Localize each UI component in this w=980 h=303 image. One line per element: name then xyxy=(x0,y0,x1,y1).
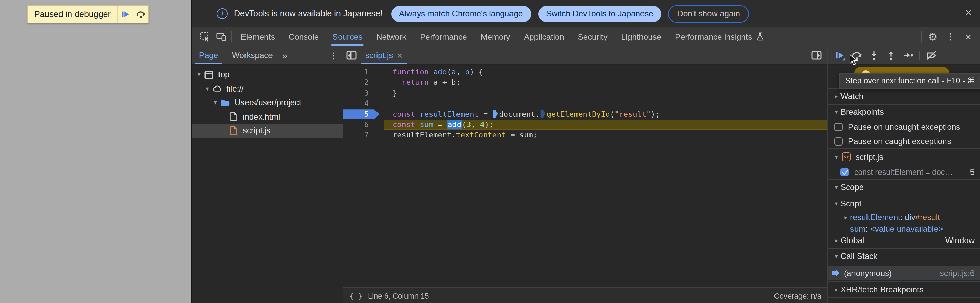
step-out-icon[interactable] xyxy=(882,48,899,63)
tab-application[interactable]: Application xyxy=(517,27,571,46)
pause-uncaught-exceptions-row[interactable]: Pause on uncaught exceptions xyxy=(828,120,980,134)
code-line-1: 1function add(a, b) { xyxy=(343,67,827,78)
code-line-text[interactable] xyxy=(383,98,827,109)
code-token: const xyxy=(393,120,415,129)
code-editor[interactable]: 1function add(a, b) {2 return a + b;3}45… xyxy=(343,65,827,287)
line-gutter[interactable]: 6 xyxy=(343,119,383,130)
line-number[interactable]: 2 xyxy=(364,78,383,88)
navigator-tab-workspace[interactable]: Workspace xyxy=(225,46,280,64)
tab-sources[interactable]: Sources xyxy=(326,27,369,46)
tab-performance[interactable]: Performance xyxy=(413,27,474,46)
tab-close-icon[interactable]: × xyxy=(397,50,402,61)
more-kebab-icon[interactable]: ⋮ xyxy=(942,27,959,46)
code-line-text[interactable]: const sum = add(3, 4); xyxy=(383,119,827,130)
line-number[interactable]: 6 xyxy=(364,119,383,130)
tree-item-file[interactable]: ▾file:// xyxy=(192,82,343,96)
variable-value: <value unavailable> xyxy=(870,224,943,233)
tree-item-script-js[interactable]: script.js xyxy=(192,124,343,138)
scope-section-header[interactable]: ▾ Scope xyxy=(828,179,980,195)
expand-arrow-icon[interactable]: ▾ xyxy=(211,99,220,106)
code-token: , xyxy=(471,120,480,129)
always-match-chrome-s-language-button[interactable]: Always match Chrome's language xyxy=(391,6,531,22)
overlay-resume-button[interactable] xyxy=(117,6,133,22)
code-line-text[interactable]: return a + b; xyxy=(383,78,827,88)
settings-gear-icon[interactable]: ⚙ xyxy=(924,27,942,46)
line-gutter[interactable]: 2 xyxy=(343,78,383,88)
code-line-text[interactable]: function add(a, b) { xyxy=(383,67,827,78)
variable-name: sum xyxy=(850,224,865,233)
tab-network[interactable]: Network xyxy=(369,27,413,46)
expand-arrow-icon: ▾ xyxy=(832,253,840,260)
inline-breakpoint-marker-active-icon[interactable] xyxy=(493,110,498,117)
switch-devtools-to-japanese-button[interactable]: Switch DevTools to Japanese xyxy=(538,6,662,22)
show-debugger-sidebar-icon[interactable] xyxy=(808,46,825,64)
line-number[interactable]: 1 xyxy=(364,67,383,78)
devtools-close-icon[interactable]: × xyxy=(959,27,977,46)
step-icon[interactable] xyxy=(899,48,916,63)
cloud-icon xyxy=(212,84,222,94)
line-number[interactable]: 3 xyxy=(364,88,383,99)
navigator-tab-page[interactable]: Page xyxy=(192,46,225,64)
line-gutter[interactable]: 4 xyxy=(343,98,383,109)
tree-item-top[interactable]: ▾top xyxy=(192,68,343,82)
tab-lighthouse[interactable]: Lighthouse xyxy=(614,27,668,46)
code-token: document. xyxy=(499,109,539,119)
don-t-show-again-button[interactable]: Don't show again xyxy=(668,5,749,22)
breakpoint-entry[interactable]: const resultElement = doc… 5 xyxy=(828,165,980,179)
code-line-text[interactable]: } xyxy=(383,88,827,99)
tab-elements[interactable]: Elements xyxy=(234,27,282,46)
call-stack-frame[interactable]: (anonymous) script.js:6 xyxy=(828,266,980,280)
step-into-icon[interactable] xyxy=(865,48,882,63)
breakpoint-file-group[interactable]: ▾ <> script.js xyxy=(828,149,980,165)
deactivate-breakpoints-icon[interactable] xyxy=(923,48,940,63)
expand-arrow-icon[interactable]: ▾ xyxy=(195,71,203,78)
dom-breakpoints-section-header[interactable]: ▸ DOM Breakpoints xyxy=(828,297,980,303)
scope-variable-sum[interactable]: sum: <value unavailable> xyxy=(828,223,980,234)
collapse-arrow-icon: ▸ xyxy=(832,93,840,100)
tab-memory[interactable]: Memory xyxy=(474,27,517,46)
tab-performance-insights[interactable]: Performance insights xyxy=(668,27,771,46)
resume-icon[interactable] xyxy=(831,48,848,63)
call-stack-section-header[interactable]: ▾ Call Stack xyxy=(828,248,980,264)
devtools-panel: i DevTools is now available in Japanese!… xyxy=(191,0,980,303)
inline-breakpoint-marker-icon[interactable] xyxy=(541,110,546,117)
tree-item-index-html[interactable]: index.html xyxy=(192,109,343,124)
navigator-kebab-icon[interactable]: ⋮ xyxy=(325,46,343,64)
line-number[interactable]: 4 xyxy=(364,98,383,109)
hide-navigator-icon[interactable] xyxy=(343,46,360,64)
line-number[interactable]: 5 xyxy=(364,109,383,119)
tab-console[interactable]: Console xyxy=(282,27,326,46)
line-number[interactable]: 7 xyxy=(364,130,383,141)
line-gutter[interactable]: 1 xyxy=(343,67,383,78)
active-frame-arrow-icon xyxy=(832,270,840,276)
inspect-icon[interactable] xyxy=(196,27,213,46)
device-toolbar-icon[interactable] xyxy=(213,27,229,46)
tab-security[interactable]: Security xyxy=(571,27,614,46)
notification-close-icon[interactable]: × xyxy=(965,5,972,21)
line-gutter[interactable]: 5 xyxy=(343,109,383,119)
xhr-breakpoints-section-header[interactable]: ▸ XHR/fetch Breakpoints xyxy=(828,281,980,297)
line-gutter[interactable]: 7 xyxy=(343,130,383,141)
scope-global-group[interactable]: ▸ Global Window xyxy=(828,234,980,246)
mouse-cursor xyxy=(850,54,858,66)
pause-uncaught-checkbox[interactable] xyxy=(834,123,843,131)
code-line-text[interactable]: const resultElement = document.getElemen… xyxy=(383,109,827,119)
breakpoint-checkbox[interactable] xyxy=(840,168,849,176)
editor-tab-scriptjs[interactable]: script.js × xyxy=(360,46,408,64)
pause-caught-exceptions-row[interactable]: Pause on caught exceptions xyxy=(828,134,980,149)
overlay-step-over-button[interactable] xyxy=(133,6,148,22)
pretty-print-icon[interactable]: { } xyxy=(350,292,363,300)
tab-overflow-chevron[interactable]: » xyxy=(280,46,290,64)
expand-arrow-icon[interactable]: ▾ xyxy=(203,86,211,92)
pause-caught-checkbox[interactable] xyxy=(834,137,843,145)
line-gutter[interactable]: 3 xyxy=(343,88,383,99)
scope-script-group[interactable]: ▾ Script xyxy=(828,195,980,211)
toolbar-separator xyxy=(231,31,232,42)
scope-variable-resultElement[interactable]: ▸ resultElement: div#result xyxy=(828,211,980,223)
code-line-text[interactable]: resultElement.textContent = sum; xyxy=(383,130,827,141)
tree-item-users-user-project[interactable]: ▾Users/user/project xyxy=(192,96,343,109)
watch-section-header[interactable]: ▸ Watch xyxy=(828,88,980,104)
code-token: 4 xyxy=(480,120,485,129)
step-into-call-highlight: add xyxy=(447,120,462,129)
breakpoints-section-header[interactable]: ▾ Breakpoints xyxy=(828,104,980,120)
